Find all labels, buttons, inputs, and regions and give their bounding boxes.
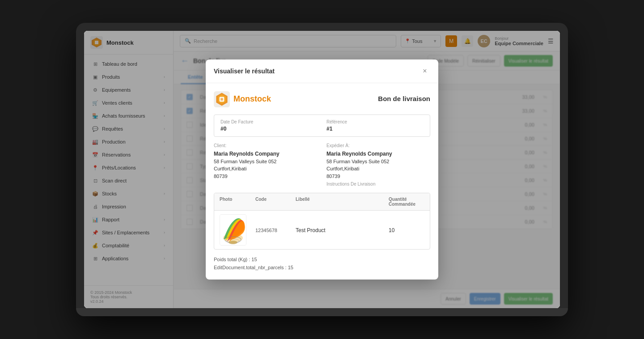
laptop-frame: Monstock ⊞ Tableau de bord ▣ Produits	[76, 23, 568, 316]
doc-client-postal: 80739	[214, 174, 228, 179]
doc-expedier-label: Expédier À:	[326, 143, 430, 148]
product-code: 12345678	[255, 228, 277, 233]
product-qty-cell: 10	[389, 226, 424, 234]
document-header: Monstock Bon de livraison	[214, 91, 430, 107]
doc-reference-label: Référence	[326, 119, 424, 124]
doc-client-name: Maria Reynolds Company	[214, 151, 280, 157]
doc-date-value: #0	[220, 126, 318, 132]
col-header-qty: Quantité Commandée	[389, 197, 424, 207]
doc-delivery-instructions: Instructions De Livraison	[326, 182, 430, 186]
product-cable-svg	[220, 215, 246, 245]
product-photo-cell	[220, 214, 255, 246]
doc-table-header: Photo Code Libellé Quantité Commandée	[214, 193, 430, 211]
product-code-cell: 12345678	[255, 226, 296, 234]
doc-info-boxes: Date De Facture #0 Référence #1	[214, 114, 430, 137]
parcels-total: EditDocument.total_nbr_parcels : 15	[214, 264, 430, 272]
doc-expedier-content: Maria Reynolds Company 58 Furman Valleys…	[326, 150, 430, 180]
modal-overlay: Visualiser le résultat ×	[84, 31, 560, 308]
col-header-libelle: Libellé	[296, 197, 389, 207]
product-quantity: 10	[389, 227, 394, 233]
svg-rect-8	[220, 98, 223, 100]
product-name: Test Product	[296, 227, 326, 233]
poids-total: Poids total (Kg) : 15	[214, 256, 430, 264]
laptop-screen: Monstock ⊞ Tableau de bord ▣ Produits	[84, 31, 560, 308]
doc-client-label: Client:	[214, 143, 318, 148]
doc-reference-value: #1	[326, 126, 424, 132]
doc-client-addr2: Curtfort,Kiribati	[214, 166, 246, 171]
doc-expedier-addr2: Curtfort,Kiribati	[326, 166, 359, 171]
modal-close-button[interactable]: ×	[419, 66, 430, 76]
doc-addresses: Client: Maria Reynolds Company 58 Furman…	[214, 143, 430, 187]
doc-date-field: Date De Facture #0	[220, 119, 318, 132]
col-header-photo: Photo	[220, 197, 255, 207]
modal-body: Monstock Bon de livraison Date De Factur…	[206, 83, 438, 280]
doc-expedier-name: Maria Reynolds Company	[326, 151, 392, 157]
modal-title: Visualiser le résultat	[214, 68, 275, 75]
doc-logo: Monstock	[214, 91, 271, 107]
svg-point-14	[230, 242, 236, 244]
doc-expedier-address: Expédier À: Maria Reynolds Company 58 Fu…	[326, 143, 430, 187]
doc-logo-icon	[214, 91, 230, 107]
doc-date-label: Date De Facture	[220, 119, 318, 124]
app-container: Monstock ⊞ Tableau de bord ▣ Produits	[84, 31, 560, 308]
col-header-code: Code	[255, 197, 296, 207]
doc-client-content: Maria Reynolds Company 58 Furman Valleys…	[214, 150, 318, 180]
doc-footer-info: Poids total (Kg) : 15 EditDocument.total…	[214, 256, 430, 271]
doc-client-addr1: 58 Furman Valleys Suite 052	[214, 159, 276, 164]
doc-logo-text: Monstock	[233, 94, 271, 104]
doc-expedier-postal: 80739	[326, 174, 340, 179]
doc-expedier-addr1: 58 Furman Valleys Suite 052	[326, 159, 389, 164]
visualiser-modal: Visualiser le résultat ×	[206, 59, 438, 280]
doc-reference-field: Référence #1	[326, 119, 424, 132]
doc-type: Bon de livraison	[378, 95, 430, 102]
modal-header: Visualiser le résultat ×	[206, 59, 438, 83]
laptop-base	[76, 308, 568, 316]
product-image	[220, 214, 246, 246]
doc-product-table: Photo Code Libellé Quantité Commandée	[214, 193, 430, 250]
doc-client-address: Client: Maria Reynolds Company 58 Furman…	[214, 143, 318, 187]
product-name-cell: Test Product	[296, 226, 389, 234]
doc-table-row: 12345678 Test Product 10	[214, 211, 430, 249]
